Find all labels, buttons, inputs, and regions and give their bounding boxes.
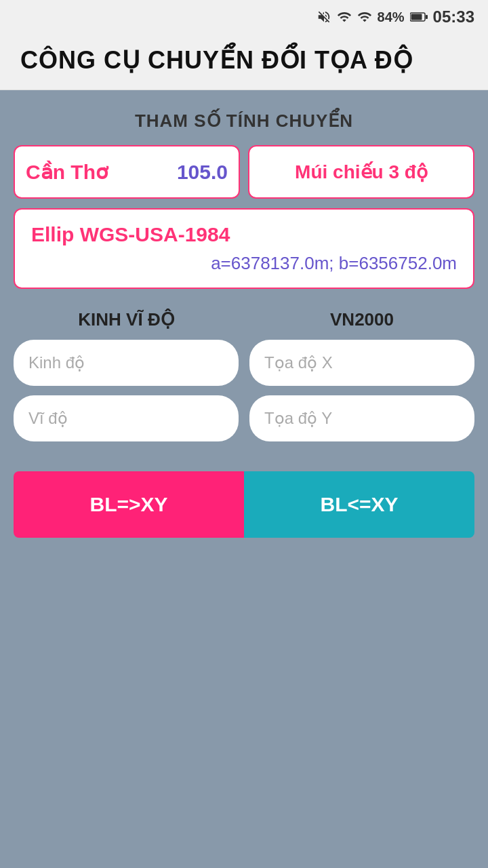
- zone-label: Múi chiếu 3 độ: [295, 161, 428, 183]
- left-col-header: KINH VĨ ĐỘ: [14, 309, 239, 330]
- city-name: Cần Thơ: [26, 160, 108, 184]
- input-columns: KINH VĨ ĐỘ VN2000: [14, 309, 474, 451]
- right-input-col: VN2000: [249, 309, 474, 451]
- bl-to-xy-button[interactable]: BL=>XY: [14, 471, 244, 538]
- battery-percentage: 84%: [378, 9, 405, 25]
- right-col-header: VN2000: [249, 309, 474, 330]
- battery-icon: [410, 12, 428, 22]
- status-icons: 84% 05:33: [317, 7, 474, 26]
- mute-icon: [317, 9, 331, 24]
- status-time: 05:33: [433, 7, 474, 26]
- wifi-icon: [337, 9, 352, 24]
- action-row: BL=>XY BL<=XY: [14, 471, 474, 538]
- app-title: CÔNG CỤ CHUYỂN ĐỔI TỌA ĐỘ: [20, 46, 468, 75]
- left-input-col: KINH VĨ ĐỘ: [14, 309, 239, 451]
- section-label: THAM SỐ TÍNH CHUYỂN: [14, 111, 474, 132]
- main-content: THAM SỐ TÍNH CHUYỂN Cần Thơ 105.0 Múi ch…: [0, 90, 488, 868]
- vi-do-input[interactable]: [14, 395, 239, 441]
- ellip-params: a=6378137.0m; b=6356752.0m: [31, 253, 457, 274]
- status-bar: 84% 05:33: [0, 0, 488, 34]
- svg-rect-1: [411, 14, 422, 20]
- ellip-card[interactable]: Ellip WGS-USA-1984 a=6378137.0m; b=63567…: [14, 208, 474, 289]
- svg-rect-2: [426, 15, 428, 19]
- city-selector-button[interactable]: Cần Thơ 105.0: [14, 145, 240, 199]
- signal-icon: [357, 9, 372, 24]
- toa-do-y-input[interactable]: [249, 395, 474, 441]
- kinh-do-input[interactable]: [14, 340, 239, 386]
- toa-do-x-input[interactable]: [249, 340, 474, 386]
- zone-selector-button[interactable]: Múi chiếu 3 độ: [248, 145, 474, 199]
- title-bar: CÔNG CỤ CHUYỂN ĐỔI TỌA ĐỘ: [0, 34, 488, 90]
- city-value: 105.0: [177, 161, 228, 184]
- param-row: Cần Thơ 105.0 Múi chiếu 3 độ: [14, 145, 474, 199]
- ellip-name: Ellip WGS-USA-1984: [31, 223, 457, 246]
- xy-to-bl-button[interactable]: BL<=XY: [244, 471, 474, 538]
